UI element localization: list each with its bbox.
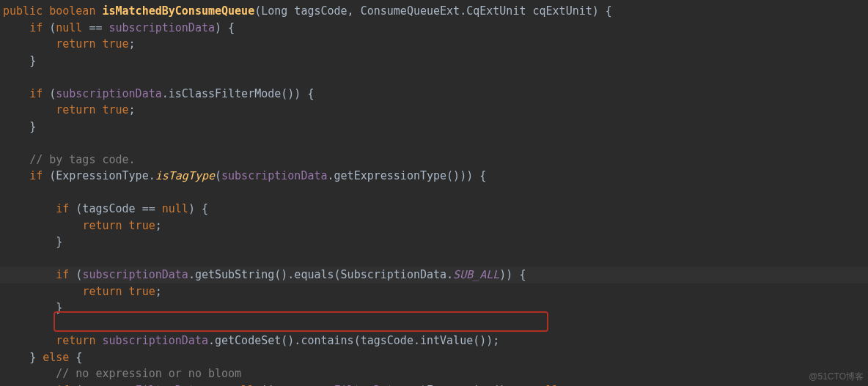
watermark-label: @51CTO博客 — [809, 370, 864, 383]
code-line[interactable] — [0, 185, 868, 201]
code-line[interactable]: if (subscriptionData.getSubString().equa… — [0, 267, 868, 283]
code-line[interactable] — [0, 250, 868, 267]
code-line[interactable] — [0, 316, 868, 333]
code-line[interactable]: return true; — [0, 218, 868, 234]
code-line[interactable]: if (tagsCode == null) { — [0, 201, 868, 218]
code-line[interactable] — [0, 135, 868, 152]
code-line[interactable]: } — [0, 53, 868, 70]
code-line[interactable]: return true; — [0, 102, 868, 119]
code-line[interactable]: } — [0, 234, 868, 250]
code-line-highlighted[interactable]: return subscriptionData.getCodeSet().con… — [0, 333, 868, 349]
code-line[interactable]: // no expression or no bloom — [0, 365, 868, 382]
code-line[interactable]: if (consumerFilterData == null || consum… — [0, 382, 868, 387]
code-line[interactable] — [0, 69, 868, 86]
code-line[interactable]: } — [0, 119, 868, 136]
code-line[interactable]: public boolean isMatchedByConsumeQueue(L… — [0, 3, 868, 20]
code-line[interactable]: if (subscriptionData.isClassFilterMode()… — [0, 86, 868, 103]
code-line[interactable]: return true; — [0, 36, 868, 53]
code-line[interactable]: } — [0, 300, 868, 316]
code-line[interactable]: return true; — [0, 283, 868, 300]
code-editor[interactable]: public boolean isMatchedByConsumeQueue(L… — [0, 0, 868, 386]
code-line[interactable]: // by tags code. — [0, 152, 868, 168]
code-line[interactable]: } else { — [0, 349, 868, 366]
code-line[interactable]: if (ExpressionType.isTagType(subscriptio… — [0, 168, 868, 185]
code-line[interactable]: if (null == subscriptionData) { — [0, 20, 868, 37]
